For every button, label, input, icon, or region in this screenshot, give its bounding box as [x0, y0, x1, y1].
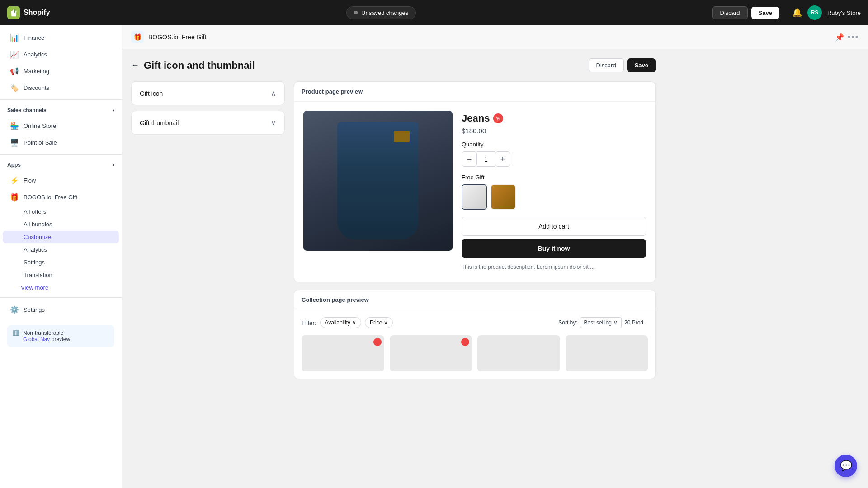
- chevron-right-icon: ›: [113, 107, 114, 113]
- back-arrow-icon[interactable]: ←: [131, 61, 139, 70]
- view-more-link[interactable]: View more: [0, 282, 122, 294]
- translation-sub-label: Translation: [24, 272, 52, 278]
- sidebar-item-flow[interactable]: ⚡ Flow: [3, 172, 119, 188]
- sale-badge: %: [493, 113, 503, 123]
- chevron-up-icon: ∧: [271, 89, 276, 98]
- collection-preview-card: Collection page preview Filter: Availabi…: [294, 290, 656, 379]
- chat-fab-button[interactable]: 💬: [835, 455, 857, 477]
- sidebar-sub-customize[interactable]: Customize: [3, 231, 119, 243]
- sidebar-sub-all-offers[interactable]: All offers: [3, 206, 119, 218]
- online-store-icon: 🏪: [10, 121, 19, 130]
- gift-thumb-bag-visual: [491, 185, 515, 209]
- sidebar-item-discounts[interactable]: 🏷️ Discounts: [3, 80, 119, 96]
- customize-label: Customize: [24, 234, 51, 240]
- sidebar-apps-header[interactable]: Apps ›: [0, 158, 122, 172]
- sidebar-sub-analytics[interactable]: Analytics: [3, 244, 119, 256]
- logo[interactable]: Shopify: [7, 6, 50, 19]
- sidebar-sub-settings[interactable]: Settings: [3, 256, 119, 268]
- gift-icon-accordion-header[interactable]: Gift icon ∧: [132, 82, 284, 105]
- all-offers-label: All offers: [24, 208, 46, 215]
- sidebar-item-online-store[interactable]: 🏪 Online Store: [3, 117, 119, 134]
- sidebar-sub-all-bundles[interactable]: All bundles: [3, 218, 119, 230]
- product-description: This is the product description. Lorem i…: [462, 263, 646, 271]
- non-transferable-text: Non-transferable Global Nav preview: [23, 330, 70, 343]
- sidebar-item-marketing[interactable]: 📢 Marketing: [3, 63, 119, 79]
- chat-icon: 💬: [840, 460, 852, 472]
- topbar-center: Unsaved changes: [56, 6, 707, 19]
- buy-now-button[interactable]: Buy it now: [462, 239, 646, 258]
- store-name: Ruby's Store: [827, 9, 861, 16]
- sidebar-item-pos[interactable]: 🖥️ Point of Sale: [3, 134, 119, 150]
- sort-dropdown[interactable]: Best selling ∨: [580, 317, 622, 328]
- product-name-row: Jeans %: [462, 113, 646, 124]
- layout: 📊 Finance 📈 Analytics 📢 Marketing 🏷️ Dis…: [0, 25, 868, 488]
- gift-thumbnail-label: Gift thumbnail: [140, 119, 179, 127]
- sidebar-sales-channels-header[interactable]: Sales channels ›: [0, 103, 122, 117]
- analytics-icon: 📈: [10, 50, 19, 59]
- unsaved-label: Unsaved changes: [361, 9, 408, 16]
- product-preview-body: Jeans % $180.00 Quantity − 1 +: [294, 102, 655, 282]
- topbar-save-button[interactable]: Save: [751, 7, 779, 19]
- pin-icon[interactable]: 📌: [835, 33, 844, 42]
- sidebar-item-settings[interactable]: ⚙️ Settings: [3, 301, 119, 318]
- chevron-down-price-icon: ∨: [384, 319, 388, 326]
- sidebar-online-store-label: Online Store: [24, 122, 56, 129]
- sidebar-item-analytics[interactable]: 📈 Analytics: [3, 46, 119, 62]
- content-header-right: 📌 •••: [835, 33, 859, 42]
- gift-thumbnail-accordion-header[interactable]: Gift thumbnail ∨: [132, 111, 284, 134]
- content-header-left: 🎁 BOGOS.io: Free Gift: [131, 31, 206, 43]
- notification-bell-icon[interactable]: 🔔: [792, 8, 802, 18]
- grid-item-2: [390, 335, 472, 371]
- availability-filter[interactable]: Availability ∨: [320, 317, 361, 328]
- topbar-discard-button[interactable]: Discard: [712, 6, 748, 19]
- sidebar-bogos-label: BOGOS.io: Free Gift: [24, 194, 77, 201]
- topbar: Shopify Unsaved changes Discard Save 🔔 R…: [0, 0, 868, 25]
- global-nav-link[interactable]: Global Nav: [23, 336, 50, 343]
- sidebar-analytics-label: Analytics: [24, 51, 47, 58]
- sidebar-discounts-label: Discounts: [24, 84, 49, 91]
- logo-text: Shopify: [24, 9, 50, 17]
- content-header: 🎁 BOGOS.io: Free Gift 📌 •••: [122, 25, 868, 49]
- page-header: ← Gift icon and thumbnail Discard Save: [131, 58, 656, 72]
- collection-preview-body: Filter: Availability ∨ Price ∨: [294, 310, 655, 379]
- filter-label: Filter:: [302, 319, 316, 326]
- product-count: 20 Prod...: [624, 319, 648, 326]
- sidebar-settings-label: Settings: [24, 306, 45, 313]
- settings-sub-label: Settings: [24, 259, 45, 266]
- unsaved-dot: [354, 11, 358, 14]
- gift-thumb-1[interactable]: [462, 184, 487, 210]
- add-to-cart-button[interactable]: Add to cart: [462, 217, 646, 236]
- gift-icon-accordion: Gift icon ∧: [131, 81, 285, 105]
- all-bundles-label: All bundles: [24, 221, 52, 228]
- page-header-actions: Discard Save: [589, 58, 656, 72]
- sidebar: 📊 Finance 📈 Analytics 📢 Marketing 🏷️ Dis…: [0, 25, 122, 488]
- quantity-increase-button[interactable]: +: [495, 151, 510, 167]
- gift-thumb-2[interactable]: [491, 184, 516, 210]
- main-content: 🎁 BOGOS.io: Free Gift 📌 ••• ← Gift icon …: [122, 25, 868, 488]
- avatar: RS: [807, 5, 822, 20]
- availability-label: Availability: [325, 319, 350, 326]
- product-name: Jeans: [462, 113, 490, 124]
- free-gift-label: Free Gift: [462, 174, 646, 181]
- page-discard-button[interactable]: Discard: [589, 58, 624, 72]
- settings-icon: ⚙️: [10, 305, 19, 314]
- jeans-shape: [337, 122, 419, 239]
- quantity-label: Quantity: [462, 141, 646, 148]
- grid-badge-2: [461, 338, 469, 346]
- page-save-button[interactable]: Save: [627, 58, 656, 72]
- sort-by-label: Sort by:: [558, 319, 577, 326]
- avatar-initials: RS: [811, 9, 819, 16]
- sidebar-pos-label: Point of Sale: [24, 139, 57, 146]
- gift-icon-label: Gift icon: [140, 90, 163, 97]
- chevron-down-filter-icon: ∨: [352, 319, 356, 326]
- sidebar-item-bogos[interactable]: 🎁 BOGOS.io: Free Gift: [3, 189, 119, 205]
- product-preview-card: Product page preview: [294, 81, 656, 282]
- sidebar-item-finance[interactable]: 📊 Finance: [3, 29, 119, 46]
- more-options-icon[interactable]: •••: [848, 33, 859, 42]
- sidebar-sub-translation[interactable]: Translation: [3, 269, 119, 281]
- content-header-title: BOGOS.io: Free Gift: [148, 33, 206, 41]
- quantity-decrease-button[interactable]: −: [462, 151, 477, 167]
- price-filter[interactable]: Price ∨: [365, 317, 393, 328]
- gift-thumb-white-visual: [462, 185, 486, 209]
- grid-item-4: [566, 335, 648, 371]
